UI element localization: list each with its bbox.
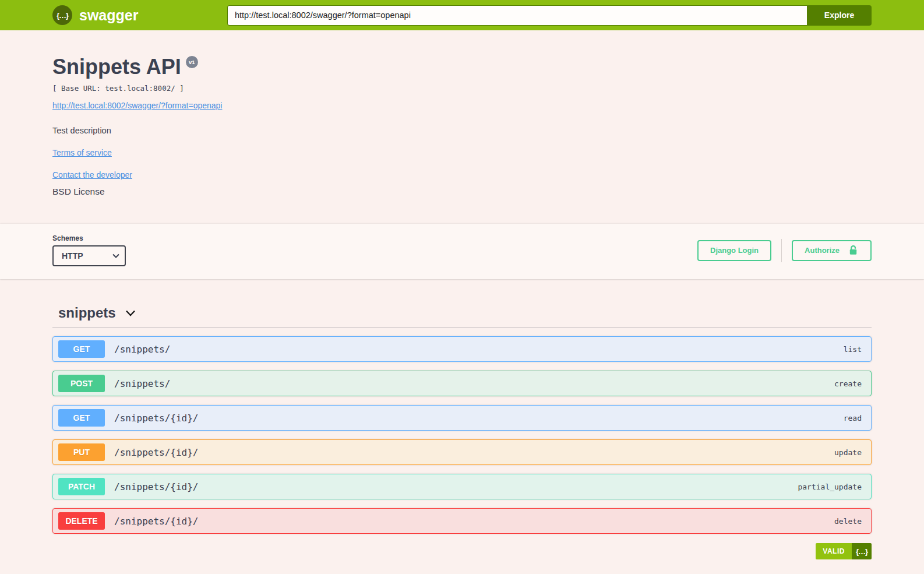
page-title: Snippets API v1	[52, 55, 872, 79]
operation-path: /snippets/{id}/	[114, 516, 834, 527]
operation-summary: create	[834, 379, 862, 388]
operation-row[interactable]: PATCH /snippets/{id}/ partial_update	[52, 474, 872, 499]
operations-section: snippets GET /snippets/ list POST /snipp…	[0, 279, 924, 574]
method-badge: PUT	[58, 443, 105, 461]
operation-row[interactable]: DELETE /snippets/{id}/ delete	[52, 508, 872, 534]
base-url: [ Base URL: test.local:8002/ ]	[52, 84, 872, 93]
method-badge: PATCH	[58, 478, 105, 495]
operation-row[interactable]: PUT /snippets/{id}/ update	[52, 439, 872, 465]
schemes-label: Schemes	[52, 234, 126, 242]
explore-button[interactable]: Explore	[807, 5, 872, 26]
validator-status: VALID	[816, 543, 852, 559]
operation-path: /snippets/	[114, 378, 834, 389]
unlock-icon	[848, 245, 859, 256]
operation-list: GET /snippets/ list POST /snippets/ crea…	[52, 336, 872, 534]
explore-form: Explore	[227, 5, 872, 26]
swagger-logo[interactable]: {…} swagger	[52, 5, 227, 25]
chevron-down-icon	[124, 307, 137, 319]
operation-summary: read	[844, 414, 862, 422]
method-badge: POST	[58, 375, 105, 392]
auth-wrapper: Django Login Authorize	[697, 239, 872, 262]
scheme-container: Schemes HTTP Django Login Authorize	[0, 224, 924, 279]
auth-divider	[781, 239, 782, 262]
authorize-button-label: Authorize	[805, 246, 840, 255]
spec-link[interactable]: http://test.local:8002/swagger/?format=o…	[52, 101, 222, 110]
terms-of-service-link[interactable]: Terms of service	[52, 148, 112, 157]
authorize-button[interactable]: Authorize	[792, 240, 872, 261]
operation-row[interactable]: GET /snippets/ list	[52, 336, 872, 362]
api-description: Test description	[52, 126, 872, 135]
topbar: {…} swagger Explore	[0, 0, 924, 30]
method-badge: GET	[58, 409, 105, 427]
operation-summary: partial_update	[798, 483, 862, 491]
operation-summary: update	[834, 448, 862, 457]
method-badge: GET	[58, 340, 105, 358]
validator-badge[interactable]: VALID {…}	[816, 543, 872, 559]
operation-path: /snippets/{id}/	[114, 413, 844, 424]
operation-summary: delete	[834, 517, 862, 526]
license-text: BSD License	[52, 186, 872, 197]
validator-braces-icon: {…}	[852, 543, 872, 559]
version-badge: v1	[186, 56, 198, 68]
operation-summary: list	[844, 345, 862, 354]
schemes-select[interactable]: HTTP	[52, 245, 126, 266]
validator-row: VALID {…}	[52, 543, 872, 574]
operation-row[interactable]: GET /snippets/{id}/ read	[52, 405, 872, 431]
api-info-section: Snippets API v1 [ Base URL: test.local:8…	[0, 30, 924, 224]
operation-path: /snippets/{id}/	[114, 447, 834, 458]
method-badge: DELETE	[58, 512, 105, 530]
operation-row[interactable]: POST /snippets/ create	[52, 371, 872, 396]
operation-path: /snippets/	[114, 344, 844, 355]
schemes-block: Schemes HTTP	[52, 234, 126, 266]
django-login-button[interactable]: Django Login	[697, 240, 771, 261]
api-title-text: Snippets API	[52, 55, 181, 79]
spec-url-input[interactable]	[227, 5, 807, 26]
tag-snippets[interactable]: snippets	[52, 299, 872, 328]
brand-name: swagger	[79, 7, 138, 24]
swagger-logo-icon: {…}	[52, 5, 72, 25]
operation-path: /snippets/{id}/	[114, 481, 798, 492]
contact-developer-link[interactable]: Contact the developer	[52, 170, 132, 179]
tag-name: snippets	[58, 305, 116, 321]
